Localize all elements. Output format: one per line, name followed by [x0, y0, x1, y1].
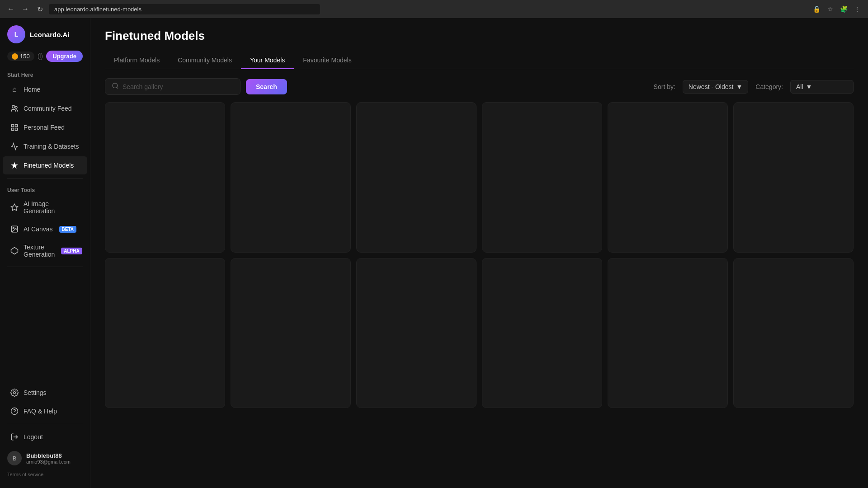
start-here-label: Start Here [0, 67, 90, 80]
sidebar-user[interactable]: B Bubblebut88 arnio93@gmail.com [0, 446, 90, 470]
sidebar-item-faq[interactable]: FAQ & Help [3, 402, 87, 420]
sidebar-item-ai-canvas[interactable]: AI Canvas BETA [3, 220, 87, 238]
models-grid [105, 102, 854, 408]
user-email: arnio93@gmail.com [26, 459, 71, 465]
credits-row: 150 i Upgrade [0, 49, 90, 67]
sidebar-divider-1 [7, 178, 83, 179]
sidebar-item-settings[interactable]: Settings [3, 384, 87, 402]
svg-rect-3 [15, 124, 18, 127]
credits-badge: 150 [7, 52, 34, 61]
home-icon: ⌂ [10, 85, 19, 94]
user-tools-label: User Tools [0, 183, 90, 195]
ai-image-icon [10, 203, 19, 212]
sidebar-item-label: Community Feed [24, 105, 72, 112]
beta-badge: BETA [59, 226, 76, 233]
search-button[interactable]: Search [246, 79, 287, 94]
shield-icon: 🔒 [811, 4, 822, 14]
settings-icon [10, 388, 19, 397]
sort-chevron: ▼ [736, 83, 742, 90]
model-card[interactable] [356, 258, 476, 408]
terms-link[interactable]: Terms of service [0, 470, 90, 481]
user-avatar: B [7, 451, 22, 465]
sidebar-item-community-feed[interactable]: Community Feed [3, 99, 87, 117]
model-card[interactable] [608, 102, 728, 253]
model-card[interactable] [356, 102, 476, 253]
tab-platform-models[interactable]: Platform Models [105, 52, 169, 69]
training-icon [10, 142, 19, 151]
sidebar-divider-3 [7, 424, 83, 424]
sort-select[interactable]: Newest - Oldest ▼ [683, 80, 748, 94]
sidebar-item-ai-image[interactable]: AI Image Generation [3, 196, 87, 219]
sort-label: Sort by: [654, 83, 675, 90]
search-wrapper [105, 78, 241, 95]
model-card[interactable] [733, 102, 854, 253]
menu-icon[interactable]: ⋮ [852, 4, 863, 14]
model-card[interactable] [231, 102, 351, 253]
model-card[interactable] [105, 102, 225, 253]
user-name: Bubblebut88 [26, 452, 71, 459]
svg-rect-5 [15, 128, 18, 131]
sidebar-item-label: AI Image Generation [24, 200, 80, 215]
model-card[interactable] [231, 258, 351, 408]
forward-button[interactable]: → [20, 4, 31, 14]
sidebar-item-label: Texture Generation [24, 244, 55, 258]
personal-feed-icon [10, 123, 19, 132]
sidebar-item-label: Settings [24, 389, 47, 396]
category-select[interactable]: All ▼ [790, 80, 854, 94]
url-bar[interactable]: app.leonardo.ai/finetuned-models [49, 4, 320, 14]
alpha-badge: ALPHA [61, 248, 82, 254]
model-card[interactable] [733, 258, 854, 408]
svg-point-7 [13, 227, 14, 229]
sidebar-bottom: Settings FAQ & Help [0, 383, 90, 481]
star-icon[interactable]: ☆ [825, 4, 835, 14]
main-content: Finetuned Models Platform Models Communi… [90, 18, 868, 488]
coin-icon [12, 53, 18, 60]
finetuned-models-icon [10, 161, 19, 170]
models-grid-area[interactable] [90, 102, 868, 488]
model-card[interactable] [482, 102, 602, 253]
community-feed-icon [10, 104, 19, 113]
model-card[interactable] [105, 258, 225, 408]
search-icon [112, 82, 119, 91]
svg-point-0 [12, 105, 15, 108]
sidebar-item-label: Finetuned Models [24, 162, 74, 169]
sidebar-item-label: Personal Feed [24, 124, 65, 131]
refresh-button[interactable]: ↻ [34, 4, 45, 14]
sidebar-item-training[interactable]: Training & Datasets [3, 137, 87, 155]
upgrade-button[interactable]: Upgrade [46, 51, 83, 62]
tab-community-models[interactable]: Community Models [169, 52, 241, 69]
logo-avatar: L [7, 25, 25, 43]
logout-icon [10, 432, 19, 441]
sidebar-item-label: FAQ & Help [24, 408, 57, 415]
sidebar-item-finetuned-models[interactable]: Finetuned Models [3, 156, 87, 174]
tabs-row: Platform Models Community Models Your Mo… [105, 52, 854, 69]
svg-line-14 [117, 87, 118, 89]
svg-rect-2 [11, 124, 14, 127]
model-card[interactable] [608, 258, 728, 408]
search-input[interactable] [123, 83, 234, 90]
sidebar-item-texture[interactable]: Texture Generation ALPHA [3, 239, 87, 263]
svg-marker-8 [11, 248, 18, 254]
ai-canvas-icon [10, 225, 19, 234]
sidebar-item-home[interactable]: ⌂ Home [3, 80, 87, 99]
sidebar-item-personal-feed[interactable]: Personal Feed [3, 118, 87, 136]
sort-value: Newest - Oldest [689, 83, 734, 90]
back-button[interactable]: ← [5, 4, 16, 14]
svg-point-13 [113, 83, 118, 88]
logout-label: Logout [24, 433, 43, 441]
credits-amount: 150 [20, 53, 30, 60]
extensions-icon[interactable]: 🧩 [838, 4, 849, 14]
credits-info-icon[interactable]: i [38, 53, 43, 60]
browser-chrome: ← → ↻ app.leonardo.ai/finetuned-models 🔒… [0, 0, 868, 18]
category-label: Category: [755, 83, 783, 90]
toolbar-row: Search Sort by: Newest - Oldest ▼ Catego… [90, 69, 868, 102]
texture-icon [10, 246, 19, 255]
tab-your-models[interactable]: Your Models [241, 52, 294, 69]
tab-favourite-models[interactable]: Favourite Models [294, 52, 360, 69]
sidebar-item-logout[interactable]: Logout [3, 428, 87, 446]
category-chevron: ▼ [806, 83, 812, 90]
svg-point-9 [14, 392, 16, 394]
sort-filter-row: Sort by: Newest - Oldest ▼ Category: All… [654, 80, 854, 94]
model-card[interactable] [482, 258, 602, 408]
sidebar-item-label: Home [24, 86, 40, 93]
